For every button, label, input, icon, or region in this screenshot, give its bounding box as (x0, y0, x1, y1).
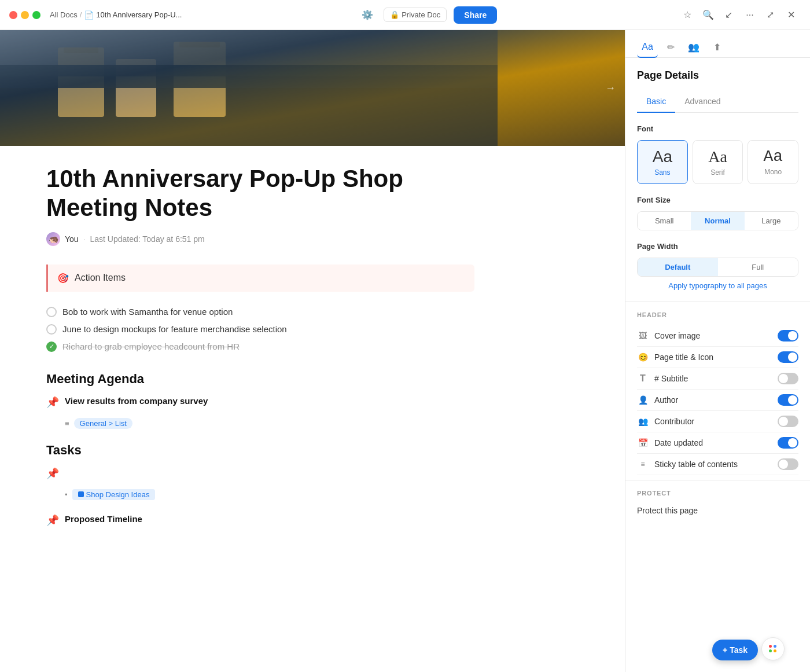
bullet-list: ≡ General > List (65, 416, 474, 431)
width-full[interactable]: Full (718, 258, 798, 276)
lock-icon: 🔒 (390, 10, 399, 19)
size-normal[interactable]: Normal (691, 212, 744, 230)
page-width-options: Default Full (637, 258, 798, 277)
action-emoji: 🎯 (57, 273, 69, 284)
apply-typography-link[interactable]: Apply typography to all pages (637, 281, 798, 290)
task-color-dot (78, 491, 84, 497)
private-badge[interactable]: 🔒 Private Doc (384, 8, 447, 22)
collapse-icon[interactable]: ⤢ (761, 6, 780, 24)
font-aa-mono: Aa (763, 148, 783, 166)
task-fab-button[interactable]: + Task (712, 640, 758, 660)
proposed-title[interactable]: Proposed Timeline (65, 514, 142, 524)
main-layout: ⊟ → (0, 30, 810, 672)
agenda-item: 📌 View results from company survey (46, 396, 474, 409)
width-default[interactable]: Default (638, 258, 718, 276)
cover-arrow: → (605, 82, 616, 94)
document-area[interactable]: ⊟ → (0, 30, 625, 672)
search-icon[interactable]: 🔍 (699, 6, 717, 24)
dot-1 (769, 645, 772, 648)
toggle-switch-author[interactable] (778, 394, 798, 406)
tab-basic[interactable]: Basic (637, 93, 675, 113)
settings-icon[interactable]: ⚙️ (358, 6, 377, 24)
titlebar-center-icons: ⚙️ 🔒 Private Doc Share (358, 6, 497, 24)
list-item: ≡ General > List (65, 416, 474, 431)
more-icon[interactable]: ··· (741, 6, 759, 24)
toggle-switch-toc[interactable] (778, 458, 798, 470)
checkbox-unchecked[interactable] (46, 307, 57, 317)
panel-content[interactable]: Page Details Basic Advanced Font Aa Sans… (625, 58, 810, 672)
action-block-title[interactable]: Action Items (75, 273, 126, 283)
size-large[interactable]: Large (745, 212, 798, 230)
list-item[interactable]: Bob to work with Samantha for venue opti… (46, 303, 474, 321)
panel-icon-row: Aa ✏ 👥 ⬆ (637, 37, 727, 57)
toggle-label-author: 👤 Author (637, 394, 678, 406)
toggle-switch-cover[interactable] (778, 330, 798, 341)
toggle-toc: ≡ Sticky table of contents (637, 454, 798, 475)
toggle-author: 👤 Author (637, 390, 798, 411)
font-size-options: Small Normal Large (637, 211, 798, 230)
checkbox-checked[interactable]: ✓ (46, 341, 57, 352)
toc-icon: ≡ (637, 458, 649, 470)
list-item[interactable]: ✓ Richard to grab employee headcount fro… (46, 338, 474, 355)
tab-advanced[interactable]: Advanced (675, 93, 730, 113)
breadcrumb-doc[interactable]: 📄 10th Anniversary Pop-U... (84, 10, 182, 20)
toggle-label-title: 😊 Page title & Icon (637, 351, 713, 363)
titlebar: All Docs / 📄 10th Anniversary Pop-U... ⚙… (0, 0, 810, 30)
toggle-knob (788, 331, 797, 340)
font-serif[interactable]: Aa Serif (693, 140, 743, 184)
pin-emoji-3: 📌 (46, 514, 59, 527)
checkbox-unchecked[interactable] (46, 324, 57, 335)
subtitle-label: # Subtitle (654, 374, 688, 383)
share-button[interactable]: Share (454, 6, 497, 24)
star-icon[interactable]: ☆ (678, 6, 697, 24)
toggle-switch-subtitle[interactable] (778, 373, 798, 384)
toggle-label-contributor: 👥 Contributor (637, 416, 694, 427)
font-mono[interactable]: Aa Mono (748, 140, 798, 184)
close-window-icon[interactable]: ✕ (782, 6, 801, 24)
list-icon: ≡ (65, 419, 69, 428)
breadcrumb: All Docs / 📄 10th Anniversary Pop-U... (50, 10, 182, 20)
last-updated: Last Updated: Today at 6:51 pm (90, 234, 205, 244)
panel-tabs: Basic Advanced (637, 93, 798, 113)
size-small[interactable]: Small (638, 212, 691, 230)
toc-label: Sticky table of contents (654, 460, 738, 469)
panel-divider-2 (625, 480, 810, 480)
agenda-item-text[interactable]: View results from company survey (65, 396, 208, 406)
doc-content: 10th Anniversary Pop-Up Shop Meeting Not… (0, 146, 521, 568)
tag-badge[interactable]: General > List (74, 418, 132, 429)
panel-icon-text[interactable]: Aa (637, 37, 658, 58)
panel-icon-people[interactable]: 👥 (683, 37, 704, 58)
toggle-label-date: 📅 Date updated (637, 437, 703, 449)
apps-fab-button[interactable] (761, 637, 785, 660)
list-item[interactable]: June to design mockups for feature merch… (46, 321, 474, 338)
todo-list: Bob to work with Samantha for venue opti… (46, 303, 474, 355)
toggle-switch-contributor[interactable] (778, 416, 798, 427)
expand-icon[interactable]: ↙ (720, 6, 738, 24)
font-aa-serif: Aa (708, 148, 727, 166)
minimize-button[interactable] (21, 11, 29, 19)
maximize-button[interactable] (32, 11, 41, 19)
right-panel: Aa ✏ 👥 ⬆ Page Details Basic Advanced Fon… (625, 30, 810, 672)
doc-title[interactable]: 10th Anniversary Pop-Up Shop Meeting Not… (46, 164, 474, 223)
private-label: Private Doc (402, 10, 440, 19)
toggle-switch-date[interactable] (778, 437, 798, 449)
task-badge[interactable]: Shop Design Ideas (72, 489, 156, 500)
toggle-date: 📅 Date updated (637, 432, 798, 454)
title-icon: 😊 (637, 351, 649, 363)
page-title-label: Page title & Icon (654, 352, 713, 362)
pin-emoji: 📌 (46, 396, 59, 409)
subtitle-icon: T (637, 373, 649, 384)
toggle-knob (779, 374, 788, 383)
panel-top-icons: Aa ✏ 👥 ⬆ (625, 30, 810, 58)
panel-divider (625, 302, 810, 302)
breadcrumb-all-docs[interactable]: All Docs (50, 10, 78, 19)
contributor-label: Contributor (654, 417, 694, 426)
toggle-knob (788, 395, 797, 405)
close-button[interactable] (9, 11, 17, 19)
toggle-switch-title[interactable] (778, 351, 798, 363)
contributor-icon: 👥 (637, 416, 649, 427)
panel-icon-paint[interactable]: ✏ (660, 37, 681, 58)
panel-icon-export[interactable]: ⬆ (706, 37, 727, 58)
font-sans[interactable]: Aa Sans (637, 140, 688, 184)
protect-label: Protect this page (637, 506, 698, 515)
